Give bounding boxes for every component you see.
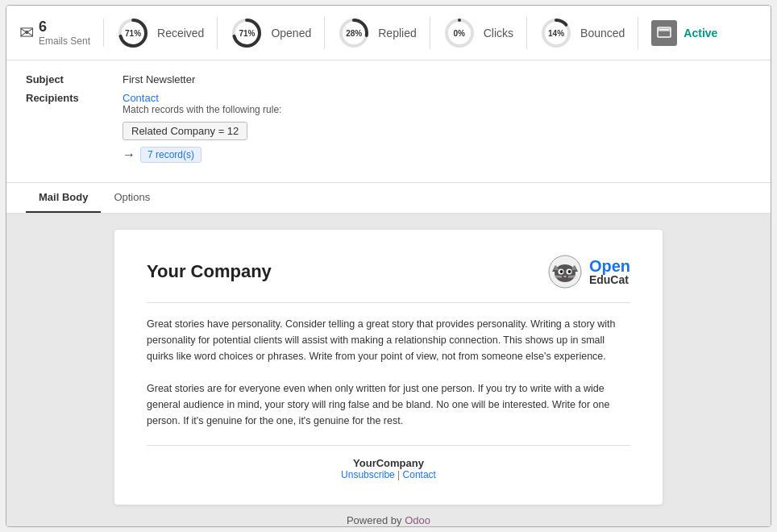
contact-link[interactable]: Contact xyxy=(403,469,436,480)
replied-circle: 28% xyxy=(338,17,370,49)
odoo-link[interactable]: Odoo xyxy=(405,514,430,526)
match-rule-text: Match records with the following rule: xyxy=(123,104,281,115)
unsubscribe-link[interactable]: Unsubscribe xyxy=(341,469,395,480)
bounced-pct: 14% xyxy=(548,28,564,37)
mail-footer-links: Unsubscribe | Contact xyxy=(147,469,630,480)
bounced-stat: 14% Bounced xyxy=(527,17,638,49)
emails-sent-stat: ✉ 6 Emails Sent xyxy=(13,19,104,47)
footer-separator: | xyxy=(395,469,403,480)
powered-by: Powered by Odoo xyxy=(347,514,430,526)
svg-point-21 xyxy=(559,270,563,273)
mail-card: Your Company xyxy=(114,230,663,505)
svg-point-22 xyxy=(567,270,571,273)
received-pct: 71% xyxy=(125,28,141,37)
app-window: ✉ 6 Emails Sent 71% Received xyxy=(6,5,771,527)
clicks-label: Clicks xyxy=(484,27,513,39)
mail-company-name: Your Company xyxy=(147,261,272,282)
logo-cat-icon xyxy=(547,254,583,289)
mail-header: Your Company xyxy=(147,254,630,303)
powered-by-text: Powered by xyxy=(347,514,405,526)
recipients-row: Recipients Contact Match records with th… xyxy=(26,92,751,163)
mail-logo: Open EduCat xyxy=(547,254,630,289)
mail-body-paragraph1: Great stories have personality. Consider… xyxy=(147,316,630,429)
replied-stat: 28% Replied xyxy=(325,17,430,49)
svg-point-14 xyxy=(555,264,575,282)
subject-value: First Newsletter xyxy=(123,73,195,85)
svg-rect-12 xyxy=(659,29,669,31)
records-link[interactable]: 7 record(s) xyxy=(140,147,202,163)
replied-pct: 28% xyxy=(346,28,362,37)
bounced-label: Bounced xyxy=(580,27,625,39)
logo-educat: EduCat xyxy=(589,274,630,285)
subject-key: Subject xyxy=(26,73,123,85)
bounced-circle: 14% xyxy=(540,17,572,49)
active-stat: Active xyxy=(638,20,730,46)
opened-pct: 71% xyxy=(239,28,255,37)
opened-stat: 71% Opened xyxy=(218,17,325,49)
mail-footer: YourCompany Unsubscribe | Contact xyxy=(147,445,630,480)
svg-point-23 xyxy=(563,276,566,277)
logo-text: Open EduCat xyxy=(589,258,630,285)
content-area: Subject First Newsletter Recipients Cont… xyxy=(6,60,771,526)
clicks-pct: 0% xyxy=(453,28,464,37)
records-row: → 7 record(s) xyxy=(123,147,281,163)
stats-bar: ✉ 6 Emails Sent 71% Received xyxy=(6,6,771,60)
active-label: Active xyxy=(684,27,717,39)
tab-bar: Mail Body Options xyxy=(6,183,771,214)
mail-body-paragraph2: Great stories are for everyone even when… xyxy=(147,383,609,426)
logo-open: Open xyxy=(589,258,630,274)
received-circle: 71% xyxy=(117,17,149,49)
mail-area: Your Company xyxy=(6,214,771,526)
active-icon xyxy=(651,20,677,46)
rule-badge[interactable]: Related Company = 12 xyxy=(123,122,247,140)
opened-label: Opened xyxy=(271,27,311,39)
arrow-icon: → xyxy=(123,148,135,162)
mail-footer-company: YourCompany xyxy=(147,457,630,469)
opened-circle: 71% xyxy=(231,17,263,49)
subject-row: Subject First Newsletter xyxy=(26,73,751,85)
received-label: Received xyxy=(157,27,204,39)
recipients-value[interactable]: Contact xyxy=(123,92,281,104)
tab-options[interactable]: Options xyxy=(101,183,163,213)
tab-mail-body[interactable]: Mail Body xyxy=(26,183,101,213)
clicks-circle: 0% xyxy=(443,17,476,49)
replied-label: Replied xyxy=(378,27,416,39)
received-stat: 71% Received xyxy=(104,17,218,49)
emails-count: 6 xyxy=(39,19,90,35)
meta-section: Subject First Newsletter Recipients Cont… xyxy=(6,60,771,183)
clicks-stat: 0% Clicks xyxy=(430,17,527,49)
emails-label: Emails Sent xyxy=(39,35,90,47)
envelope-icon: ✉ xyxy=(19,23,34,44)
recipients-key: Recipients xyxy=(26,92,123,104)
